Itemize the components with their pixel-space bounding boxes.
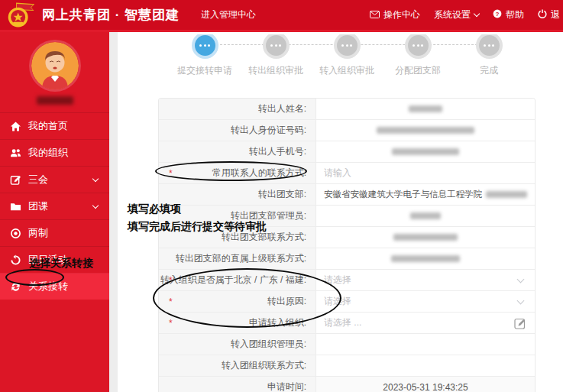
transfer-icon bbox=[10, 281, 21, 293]
step-circle bbox=[337, 35, 358, 56]
field-value-empty bbox=[316, 355, 535, 376]
redacted-value bbox=[391, 255, 460, 262]
main-content: 提交接转申请 转出组织审批 转入组织审批 分配团支部 完成 转出人姓名: bbox=[118, 34, 563, 392]
app-window: 网上共青团 · 智慧团建 进入管理中心 操作中心 系统设置 ? 帮助 bbox=[0, 0, 563, 392]
sidebar-item-label: 关系接转 bbox=[28, 280, 68, 293]
step-label: 转出组织审批 bbox=[241, 64, 310, 77]
table-row: * 转出原因: 请选择 bbox=[159, 291, 535, 313]
field-label: * 转出原因: bbox=[159, 291, 316, 312]
required-asterisk: * bbox=[169, 318, 173, 329]
field-label: * 常用联系人的联系方式: bbox=[159, 163, 316, 183]
step-submit: 提交接转申请 bbox=[170, 34, 239, 77]
field-label: 转出人身份证号码: bbox=[159, 120, 316, 141]
field-label: 转出团支部联系方式: bbox=[159, 227, 316, 248]
table-row: * 转入组织是否属于北京 / 广东 / 福建: 请选择 bbox=[159, 270, 535, 291]
field-label: 转出团支部: bbox=[159, 184, 316, 205]
home-icon bbox=[10, 121, 21, 132]
app-title: 网上共青团 · 智慧团建 bbox=[42, 6, 180, 24]
sidebar-gutter bbox=[109, 32, 118, 392]
target-org-picker[interactable]: 请选择 ... bbox=[316, 313, 535, 333]
field-label: 转出团支部管理员: bbox=[159, 206, 316, 226]
redacted-value bbox=[409, 105, 442, 112]
redacted-value bbox=[486, 191, 527, 198]
contact-input[interactable]: 请输入 bbox=[316, 163, 535, 183]
sidebar-item-label: 我的组织 bbox=[28, 146, 68, 160]
table-row: 转出团支部: 安徽省安徽建筑大学电子与信息工程学院 bbox=[159, 184, 535, 206]
nav-label: 退 bbox=[551, 8, 560, 21]
target-icon bbox=[10, 228, 21, 239]
power-icon bbox=[538, 9, 547, 21]
table-row: 转出人手机号: bbox=[159, 141, 535, 163]
step-done: 完成 bbox=[455, 34, 523, 77]
edit-icon[interactable] bbox=[514, 317, 526, 329]
table-row: * 申请转入组织: 请选择 ... bbox=[159, 313, 535, 334]
required-asterisk: * bbox=[169, 296, 173, 307]
field-label: 转入团组织管理员: bbox=[159, 334, 316, 355]
avatar bbox=[31, 42, 79, 89]
nav-label: 系统设置 bbox=[434, 8, 471, 21]
sidebar-item-home[interactable]: 我的首页 bbox=[0, 112, 109, 139]
field-value bbox=[316, 141, 535, 162]
step-in-approval: 转入组织审批 bbox=[312, 34, 381, 77]
folder-icon bbox=[10, 201, 21, 212]
redacted-value bbox=[377, 127, 474, 134]
chevron-down-icon bbox=[474, 11, 480, 17]
redacted-value bbox=[410, 212, 441, 219]
sidebar-item-label: 团课 bbox=[28, 199, 48, 213]
nav-label: 帮助 bbox=[506, 8, 524, 21]
sidebar-menu: 我的首页 我的组织 三会 团课 bbox=[0, 112, 109, 300]
field-value bbox=[316, 99, 535, 119]
step-label: 完成 bbox=[455, 64, 523, 77]
sidebar-item-label: 我的首页 bbox=[28, 119, 68, 133]
field-value bbox=[316, 120, 535, 141]
field-label: * 申请转入组织: bbox=[159, 313, 316, 333]
table-row: * 常用联系人的联系方式: 请输入 bbox=[159, 163, 535, 184]
table-row: 转出团支部联系方式: bbox=[159, 227, 535, 248]
sidebar-item-label: 三会 bbox=[28, 173, 48, 186]
field-label: 转出人手机号: bbox=[159, 141, 316, 162]
table-row: 转出团支部的直属上级联系方式: bbox=[159, 248, 535, 270]
nav-help[interactable]: ? 帮助 bbox=[493, 8, 524, 21]
required-asterisk: * bbox=[169, 275, 173, 286]
step-label: 提交接转申请 bbox=[170, 64, 239, 77]
sidebar-item-activity[interactable]: 团日活动 bbox=[0, 246, 109, 273]
nav-logout[interactable]: 退 bbox=[538, 8, 560, 21]
step-assign-branch: 分配团支部 bbox=[383, 34, 452, 77]
sidebar-item-label: 两制 bbox=[28, 226, 48, 240]
redacted-value bbox=[392, 148, 459, 155]
table-row: 转出人身份证号码: bbox=[159, 120, 535, 141]
step-circle bbox=[408, 35, 429, 56]
field-value bbox=[316, 206, 535, 226]
enter-admin-link[interactable]: 进入管理中心 bbox=[201, 8, 256, 21]
question-circle-icon: ? bbox=[493, 9, 502, 21]
field-value-empty bbox=[316, 334, 535, 355]
sidebar: 我的首页 我的组织 三会 团课 bbox=[0, 32, 109, 392]
field-value: 安徽省安徽建筑大学电子与信息工程学院 bbox=[316, 184, 535, 205]
nav-system-settings[interactable]: 系统设置 bbox=[434, 8, 479, 21]
reason-select[interactable]: 请选择 bbox=[316, 291, 535, 312]
step-circle-active bbox=[195, 35, 215, 56]
user-name-redacted bbox=[37, 96, 73, 105]
region-select[interactable]: 请选择 bbox=[316, 270, 535, 290]
chevron-down-icon bbox=[517, 276, 525, 283]
field-label: 转出团支部的直属上级联系方式: bbox=[159, 248, 316, 269]
redacted-value bbox=[393, 234, 458, 241]
table-row: 申请时间: 2023-05-31 19:43:25 bbox=[159, 377, 535, 392]
sidebar-item-sanhui[interactable]: 三会 bbox=[0, 166, 109, 193]
table-row: 转入团组织管理员: bbox=[159, 334, 535, 355]
sidebar-item-organization[interactable]: 我的组织 bbox=[0, 139, 109, 166]
application-time-value: 2023-05-31 19:43:25 bbox=[316, 377, 535, 392]
nav-label: 操作中心 bbox=[383, 8, 420, 21]
required-asterisk: * bbox=[169, 168, 173, 179]
sidebar-item-tuanke[interactable]: 团课 bbox=[0, 193, 109, 219]
chevron-down-icon bbox=[92, 176, 99, 182]
nav-operation-center[interactable]: 操作中心 bbox=[370, 8, 420, 21]
sidebar-item-liangzhi[interactable]: 两制 bbox=[0, 219, 109, 246]
sidebar-item-relation-transfer[interactable]: 关系接转 bbox=[0, 273, 109, 300]
transfer-form-table: 转出人姓名: 转出人身份证号码: 转出人手机号: * 常用联系人的联系方式: 请… bbox=[158, 98, 535, 392]
sidebar-item-label: 团日活动 bbox=[28, 253, 68, 267]
chevron-down-icon bbox=[92, 202, 99, 209]
step-label: 转入组织审批 bbox=[312, 64, 381, 77]
chevron-down-icon bbox=[517, 297, 525, 305]
step-out-approval: 转出组织审批 bbox=[241, 34, 310, 77]
